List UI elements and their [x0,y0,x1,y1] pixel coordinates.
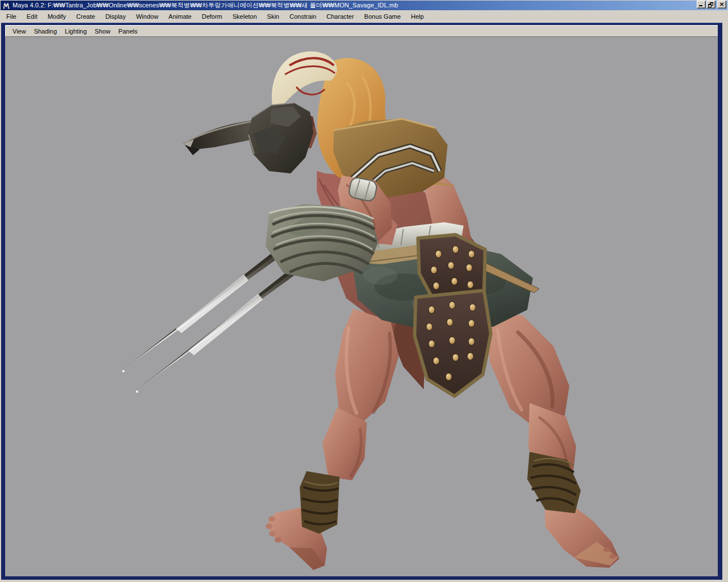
menu-item-edit[interactable]: Edit [22,11,43,22]
character-dagger-arm [183,103,313,173]
minimize-icon [699,5,702,6]
panel-menubar: View Shading Lighting Show Panels [5,25,718,37]
panel-menu-view[interactable]: View [9,27,30,36]
titlebar[interactable]: Maya 4.0.2: F:₩₩Tantra_Job₩₩Online₩₩scen… [1,1,727,10]
menu-item-window[interactable]: Window [131,11,163,22]
character-right-leg [485,312,619,568]
menu-item-skeleton[interactable]: Skeleton [228,11,262,22]
window-controls: × [696,1,726,9]
menu-item-file[interactable]: File [1,11,22,22]
close-icon: × [718,1,726,8]
panel-menu-panels[interactable]: Panels [114,27,142,36]
character-model [5,37,718,576]
main-menubar: File Edit Modify Create Display Window A… [1,10,727,23]
character-apron [415,235,491,396]
close-button[interactable]: × [717,1,726,9]
menu-item-animate[interactable]: Animate [163,11,196,22]
menu-item-bonus-game[interactable]: Bonus Game [359,11,406,22]
menu-item-skin[interactable]: Skin [262,11,284,22]
viewport-3d[interactable] [5,37,718,576]
character-left-leg [266,309,399,570]
menu-item-create[interactable]: Create [71,11,100,22]
maya-window: { "window": { "app": "Maya", "title": "M… [0,0,728,582]
maya-app-icon [2,2,10,10]
restore-button[interactable] [706,1,715,9]
menu-item-deform[interactable]: Deform [197,11,228,22]
menu-item-character[interactable]: Character [321,11,359,22]
panel-menu-show[interactable]: Show [91,27,115,36]
window-title: Maya 4.0.2: F:₩₩Tantra_Job₩₩Online₩₩scen… [13,1,398,10]
panel-menu-shading[interactable]: Shading [30,27,61,36]
panel-menu-lighting[interactable]: Lighting [61,27,91,36]
menu-item-constrain[interactable]: Constrain [284,11,321,22]
menu-item-modify[interactable]: Modify [43,11,71,22]
minimize-button[interactable] [697,1,706,9]
viewport-panel-frame: View Shading Lighting Show Panels [1,23,722,580]
menu-item-display[interactable]: Display [100,11,131,22]
menu-item-help[interactable]: Help [406,11,429,22]
